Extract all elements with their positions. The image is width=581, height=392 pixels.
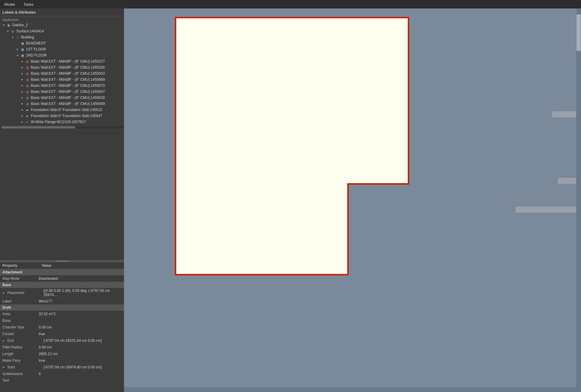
tree-label-slab2: Foundation Slab:6" Foundation Slab:14564… <box>31 114 102 118</box>
wall-icon-3: ▤ <box>25 71 30 76</box>
scrollbar-thumb-vertical[interactable] <box>576 15 581 51</box>
prop-row-chamfer[interactable]: Chamfer Size 0.00 cm <box>0 324 124 331</box>
prop-value-closed: true <box>39 332 121 336</box>
prop-row-subdivisions[interactable]: Subdivisions 0 <box>0 371 124 377</box>
menu-tasks[interactable]: Tasks <box>21 2 35 7</box>
floor-icon-basement: ▦ <box>20 41 25 46</box>
prop-row-label[interactable]: Label Wire177 <box>0 298 124 305</box>
prop-row-length[interactable]: Length 2865.12 cm <box>0 351 124 357</box>
prop-row-placement[interactable]: ► Placement [(0.00 0.00 1.00); 0.00 deg;… <box>0 288 124 298</box>
prop-arrow-placement: ► <box>2 291 6 294</box>
tree-item-wall7[interactable]: ▤ Basic Wall:EXT - M8AØF - (8" CMU):1456… <box>0 95 124 101</box>
section-label: Application <box>0 17 124 22</box>
prop-name-closed: Closed <box>2 332 39 336</box>
tree-item-wall2[interactable]: ▤ Basic Wall:EXT - M8AØF - (8" CMU):1455… <box>0 64 124 70</box>
prop-value-area: 32.52 m^2 <box>39 312 121 316</box>
tree-item-wall8[interactable]: ▤ Basic Wall:EXT - M8AØF - (8" CMU):1456… <box>0 101 124 107</box>
arrow-icon-1stfloor <box>16 47 19 51</box>
prop-row-mapmode[interactable]: Map Mode Deactivated <box>0 275 124 282</box>
prop-col-value: Value <box>42 263 51 268</box>
prop-name-tool: Tool <box>2 378 39 383</box>
prop-group-base: Base <box>0 282 124 288</box>
prop-row-tool[interactable]: Tool <box>0 377 124 384</box>
prop-value-mapmode: Deactivated <box>39 276 121 281</box>
tree-item-wall3[interactable]: ▤ Basic Wall:EXT - M8AØF - (8" CMU):1455… <box>0 70 124 77</box>
tree-panel[interactable]: Labels & Attributes Application ◈ Oakfir… <box>0 8 124 260</box>
tree-label-oakfire: Oakfire_2 <box>12 23 28 27</box>
prop-group-draft: Draft <box>0 305 124 311</box>
viewport[interactable] <box>124 8 581 392</box>
arrow-icon-2ndfloor <box>16 54 19 57</box>
tree-item-wall6[interactable]: ▤ Basic Wall:EXT - M8AØF - (8" CMU):1455… <box>0 89 124 95</box>
left-panel: Labels & Attributes Application ◈ Oakfir… <box>0 8 124 392</box>
floor-plan-svg <box>172 15 421 278</box>
prop-name-chamfer: Chamfer Size <box>2 325 39 329</box>
wall-icon-5: ▤ <box>25 83 30 88</box>
prop-row-closed[interactable]: Closed true <box>0 331 124 337</box>
panel-header: Labels & Attributes <box>0 8 124 17</box>
prop-name-area: Area <box>2 312 39 316</box>
prop-value-fillet: 0.00 cm <box>39 345 121 349</box>
tree-label-wall7: Basic Wall:EXT - M8AØF - (8" CMU):145602… <box>31 96 105 100</box>
wall-icon-6: ▤ <box>25 89 30 94</box>
prop-name-fillet: Fillet Radius <box>2 345 39 349</box>
prop-arrow-start: ► <box>2 366 6 369</box>
tree-label-surface: Surface:1443414 <box>16 29 44 33</box>
arrow-icon-wall8 <box>21 102 24 106</box>
tree-item-2ndfloor[interactable]: ▦ 2ND FLOOR <box>0 52 124 58</box>
tree-label-basement: BASEMENT <box>26 41 46 45</box>
tree-item-wall5[interactable]: ▤ Basic Wall:EXT - M8AØF - (8" CMU):1455… <box>0 83 124 89</box>
tree-label-wall5: Basic Wall:EXT - M8AØF - (8" CMU):145587… <box>31 83 105 88</box>
arrow-icon-wall2 <box>21 66 24 69</box>
tree-item-oakfire[interactable]: ◈ Oakfire_2 <box>0 22 124 28</box>
prop-row-start[interactable]: ► Start [-6797.04 cm 26974.80 cm 0.00 cm… <box>0 364 124 371</box>
prop-row-fillet[interactable]: Fillet Radius 0.00 cm <box>0 344 124 351</box>
prop-value-end: [-6797.04 cm 26151.84 cm 0.00 cm] <box>44 338 121 343</box>
tree-label-wall8: Basic Wall:EXT - M8AØF - (8" CMU):145608… <box>31 102 105 106</box>
prop-value-subdivisions: 0 <box>39 372 121 376</box>
tree-item-1stfloor[interactable]: ▦ 1ST FLOOR <box>0 46 124 52</box>
wall-icon-2: ▤ <box>25 65 30 70</box>
prop-row-area[interactable]: Area 32.52 m^2 <box>0 311 124 317</box>
prop-name-placement: Placement <box>7 291 44 295</box>
prop-value-length: 2865.12 cm <box>39 352 121 356</box>
viewport-scrollbar-vertical[interactable] <box>576 8 581 392</box>
prop-arrow-end: ► <box>2 339 6 342</box>
tree-label-2ndfloor: 2ND FLOOR <box>26 53 47 57</box>
tree-label-1stfloor: 1ST FLOOR <box>26 47 46 51</box>
arrow-icon-wall4 <box>21 78 24 81</box>
tree-label-wall1: Basic Wall:EXT - M8AØF - (8" CMU):145522… <box>31 59 105 64</box>
arrow-icon-wall3 <box>21 72 24 75</box>
tree-item-basement[interactable]: ▦ BASEMENT <box>0 40 124 46</box>
prop-row-makeface[interactable]: Make Face true <box>0 357 124 364</box>
tree-item-surface[interactable]: ◎ Surface:1443414 <box>0 28 124 34</box>
prop-name-length: Length <box>2 352 39 356</box>
floor-plan <box>172 15 421 278</box>
prop-value-makeface: true <box>39 358 121 363</box>
tree-label-slab1: Foundation Slab:6" Foundation Slab:14561… <box>31 108 102 112</box>
arrow-icon-oakfire <box>2 23 5 27</box>
prop-row-end[interactable]: ► End [-6797.04 cm 26151.84 cm 0.00 cm] <box>0 337 124 344</box>
wall-icon-8: ▤ <box>25 101 30 106</box>
wall-icon-7: ▤ <box>25 95 30 100</box>
tree-item-slab1[interactable]: ▰ Foundation Slab:6" Foundation Slab:145… <box>0 107 124 113</box>
building-icon: ⌂ <box>15 35 20 40</box>
gray-bar-1 <box>552 111 576 117</box>
prop-value-chamfer: 0.00 cm <box>39 325 121 329</box>
tree-item-building[interactable]: ⌂ Building <box>0 34 124 40</box>
floor-icon-1st: ▦ <box>20 47 25 52</box>
arrow-icon-slab2 <box>21 114 24 118</box>
prop-row-base[interactable]: Base <box>0 317 124 324</box>
floor-icon-2nd: ▦ <box>20 53 25 58</box>
prop-name-subdivisions: Subdivisions <box>2 372 39 376</box>
tree-item-wall1[interactable]: ▤ Basic Wall:EXT - M8AØF - (8" CMU):1455… <box>0 58 124 64</box>
tree-item-wall4[interactable]: ▤ Basic Wall:EXT - M8AØF - (8" CMU):1455… <box>0 77 124 83</box>
wall-icon-4: ▤ <box>25 77 30 82</box>
tree-item-beam1[interactable]: ⊢ W-Wide Flange:W12X26:1507917 <box>0 119 124 125</box>
menu-model[interactable]: Model <box>2 2 17 7</box>
tree-item-slab2[interactable]: ▰ Foundation Slab:6" Foundation Slab:145… <box>0 113 124 119</box>
tree-label-wall3: Basic Wall:EXT - M8AØF - (8" CMU):145550… <box>31 71 105 76</box>
arrow-icon-wall5 <box>21 84 24 87</box>
properties-header-row: Property Value <box>0 262 124 269</box>
viewport-scrollbar-horizontal[interactable] <box>124 387 576 392</box>
